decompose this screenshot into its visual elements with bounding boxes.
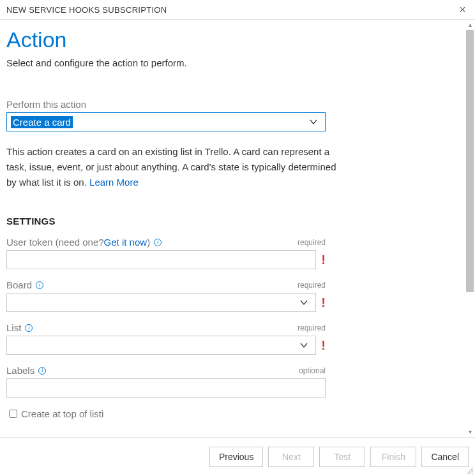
user-token-label-suffix: ) (147, 237, 150, 248)
dialog-title: NEW SERVICE HOOKS SUBSCRIPTION (6, 5, 167, 15)
field-label-row: Board i required (6, 279, 326, 290)
dialog-titlebar: NEW SERVICE HOOKS SUBSCRIPTION × (0, 0, 475, 20)
scrollbar-thumb[interactable] (466, 30, 474, 292)
field-control-row: ! (6, 293, 326, 312)
scroll-content: Action Select and configure the action t… (0, 20, 465, 437)
chevron-down-icon (299, 340, 309, 350)
error-icon: ! (321, 253, 326, 266)
field-label-row: Labels i optional (6, 365, 326, 376)
scrollbar-track[interactable] (466, 30, 474, 427)
dialog-footer: Previous Next Test Finish Cancel (0, 437, 475, 476)
info-icon[interactable]: i (36, 281, 43, 289)
field-create-top: Create at top of list i (6, 408, 458, 420)
learn-more-link[interactable]: Learn More (89, 177, 139, 188)
scrollbar[interactable]: ▴ ▾ (466, 21, 474, 436)
chevron-down-icon (299, 297, 309, 308)
labels-input[interactable] (6, 378, 326, 398)
action-select[interactable]: Create a card (6, 112, 326, 131)
finish-button[interactable]: Finish (370, 447, 416, 467)
svg-line-0 (467, 468, 473, 474)
info-icon[interactable]: i (102, 408, 103, 419)
field-label-row: List i required (6, 322, 326, 333)
user-token-input[interactable] (6, 250, 316, 269)
field-board: Board i required ! (6, 279, 326, 312)
board-select[interactable] (6, 293, 316, 312)
info-icon[interactable]: i (154, 239, 162, 246)
get-it-now-link[interactable]: Get it now (104, 237, 147, 248)
settings-heading: SETTINGS (6, 216, 458, 227)
field-label-row: User token (need one? Get it now ) i req… (6, 237, 326, 248)
service-hooks-dialog: NEW SERVICE HOOKS SUBSCRIPTION × Action … (0, 0, 475, 476)
previous-button[interactable]: Previous (209, 447, 263, 467)
svg-line-1 (469, 470, 473, 474)
cancel-button[interactable]: Cancel (421, 447, 469, 467)
field-labels: Labels i optional (6, 365, 326, 398)
dialog-body: Action Select and configure the action t… (0, 20, 475, 437)
list-select[interactable] (6, 336, 316, 355)
field-list: List i required ! (6, 322, 326, 355)
required-tag: required (298, 324, 326, 332)
error-icon: ! (321, 339, 326, 352)
field-control-row: ! (6, 336, 326, 355)
scroll-down-icon[interactable]: ▾ (466, 428, 474, 436)
svg-line-2 (472, 473, 473, 474)
labels-label: Labels (6, 365, 34, 376)
optional-tag: optional (299, 366, 326, 375)
error-icon: ! (321, 296, 326, 309)
scroll-up-icon[interactable]: ▴ (466, 21, 474, 29)
required-tag: required (298, 238, 326, 247)
list-label: List (6, 322, 21, 333)
create-top-checkbox[interactable] (9, 410, 17, 418)
page-subtitle: Select and configure the action to perfo… (6, 57, 458, 68)
action-select-value: Create a card (11, 116, 73, 128)
required-tag: required (298, 281, 326, 290)
info-icon[interactable]: i (38, 367, 46, 375)
field-control-row (6, 378, 326, 398)
close-icon[interactable]: × (456, 4, 469, 15)
chevron-down-icon (308, 117, 319, 127)
next-button[interactable]: Next (268, 447, 314, 467)
create-top-label: Create at top of list (21, 408, 102, 419)
user-token-label-prefix: User token (need one? (6, 237, 104, 248)
test-button[interactable]: Test (319, 447, 365, 467)
field-control-row: ! (6, 250, 326, 269)
action-description: This action creates a card on an existin… (6, 144, 345, 190)
action-label: Perform this action (6, 99, 458, 110)
action-description-text: This action creates a card on an existin… (6, 146, 336, 188)
info-icon[interactable]: i (25, 324, 33, 332)
field-user-token: User token (need one? Get it now ) i req… (6, 237, 326, 269)
board-label: Board (6, 279, 32, 290)
resize-grip-icon (465, 466, 474, 475)
page-title: Action (6, 27, 458, 52)
